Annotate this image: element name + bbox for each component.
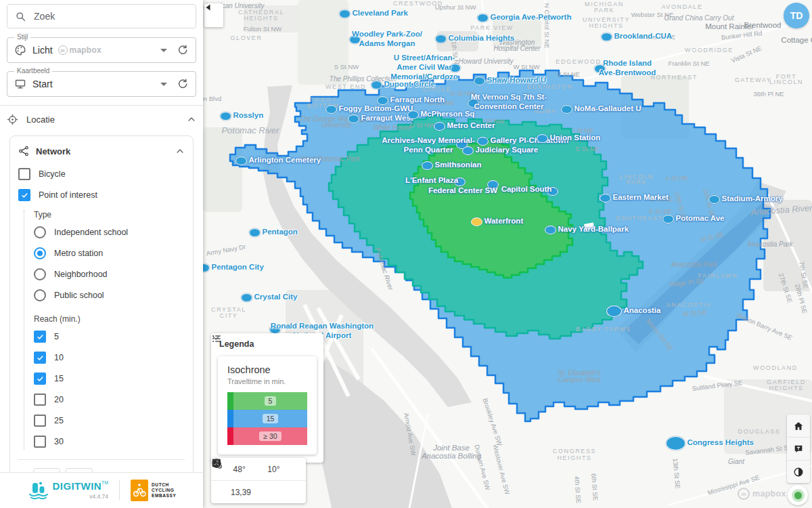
style-field-label: Stijl (14, 33, 30, 41)
map-canvas[interactable]: American UniversityCATHEDRALHEIGHTSFulto… (203, 0, 812, 508)
road (482, 0, 487, 39)
search-box[interactable] (7, 4, 196, 28)
home-button[interactable] (787, 415, 810, 437)
rotate-icon[interactable] (286, 462, 299, 477)
checkbox-row-bicycle[interactable]: Bicycle (18, 166, 185, 182)
checkbox-checked-icon[interactable] (34, 331, 46, 343)
zoom-value: 13,39 (231, 488, 251, 497)
fullscreen-button[interactable] (289, 485, 299, 500)
radio-row-public-school[interactable]: Public school (34, 287, 185, 303)
feedback-icon (793, 444, 804, 454)
palette-icon (14, 44, 26, 56)
mapbox-attribution: m mapbox (738, 488, 786, 500)
legend-card-title: Isochrone (227, 364, 307, 375)
live-status-button[interactable] (788, 485, 808, 505)
avatar[interactable]: TD (784, 3, 809, 28)
reach-option-label: 15 (54, 374, 64, 383)
chevron-up-icon[interactable] (175, 146, 185, 156)
pitch-value: 10° (267, 465, 279, 474)
radio-selected-icon[interactable] (34, 247, 46, 259)
mapbox-badge: mmapbox (58, 45, 102, 55)
reach-option-label: 10 (54, 353, 64, 362)
network-panel-header[interactable]: Network (18, 143, 185, 159)
chevron-up-icon[interactable] (187, 114, 196, 124)
green-dot-icon (794, 492, 802, 499)
checkbox-checked-icon[interactable] (18, 189, 30, 201)
checkbox-row-5[interactable]: 5 (34, 329, 185, 345)
radio-row-independent-school[interactable]: Independent school (34, 224, 185, 240)
reset-style-icon[interactable] (177, 44, 189, 56)
radio-row-metro-station[interactable]: Metro station (34, 245, 185, 261)
style-select[interactable]: Stijl Licht mmapbox (7, 37, 196, 63)
legend-title: Legenda (219, 339, 315, 349)
checkbox-checked-icon[interactable] (34, 373, 46, 385)
checkbox-blank-icon[interactable] (18, 168, 30, 180)
collapse-sidebar-button[interactable] (204, 3, 223, 27)
reach-option-label: 25 (54, 416, 64, 425)
digitwin-icon (27, 480, 50, 501)
radio-unselected-icon[interactable] (34, 268, 46, 280)
legend-panel: Legenda Isochrone Traveltime in min. 515… (211, 333, 323, 463)
legend-value: 15 (263, 414, 279, 423)
basemap-field-value: Start (32, 79, 53, 89)
checkbox-row-10[interactable]: 10 (34, 350, 185, 366)
app-version: v4.4.74 (53, 493, 108, 500)
map-area (436, 31, 478, 51)
reach-group-label: Reach (min.) (34, 314, 185, 324)
search-input[interactable] (32, 10, 187, 22)
zoom-out-button[interactable] (276, 485, 286, 500)
map-area (493, 19, 541, 49)
location-section-header[interactable]: Locatie (0, 106, 203, 133)
map-area (244, 5, 301, 33)
dce-icon (131, 480, 148, 501)
type-option-label: Public school (54, 291, 104, 300)
type-group-label: Type (34, 210, 185, 219)
location-section-label: Locatie (26, 114, 179, 125)
basemap-field-label: Kaartbeeld (14, 67, 52, 75)
sidebar: Stijl Licht mmapbox Kaartbeeld Start Loc… (0, 0, 203, 508)
legend-row-30: ≥ 30 (227, 427, 307, 445)
network-panel-title: Network (36, 146, 168, 156)
triangle-left-icon (204, 3, 212, 12)
mapbox-logo-icon: m (738, 488, 750, 500)
contrast-button[interactable] (787, 460, 810, 483)
checkbox-row-20[interactable]: 20 (34, 391, 185, 408)
right-toolbar (787, 415, 810, 483)
chevron-down-icon[interactable] (160, 49, 167, 52)
monitor-icon (14, 78, 26, 90)
reach-option-label: 5 (54, 332, 59, 341)
chevron-down-icon[interactable] (160, 83, 167, 86)
basemap-select[interactable]: Kaartbeeld Start (7, 71, 196, 97)
crosshair-icon (7, 114, 18, 125)
zoom-in-button[interactable] (258, 485, 268, 500)
chevron-down-icon[interactable] (211, 333, 221, 343)
compass-icon[interactable] (252, 462, 265, 477)
legend-value: 5 (265, 396, 277, 406)
radio-row-neighborhood[interactable]: Neighborhood (34, 266, 185, 282)
legend-header[interactable]: Legenda (211, 333, 323, 355)
checkbox-blank-icon[interactable] (34, 436, 46, 448)
checkbox-row-25[interactable]: 25 (34, 412, 185, 429)
checkbox-blank-icon[interactable] (34, 394, 46, 406)
type-option-label: Metro station (54, 249, 103, 258)
checkbox-blank-icon[interactable] (34, 415, 46, 427)
checkbox-checked-icon[interactable] (34, 352, 46, 364)
digitwin-logo: DIGITWINTM v4.4.74 (27, 480, 108, 501)
bearing-value: 48° (233, 465, 246, 474)
network-share-icon (18, 146, 29, 156)
checkbox-row-15[interactable]: 15 (34, 371, 185, 387)
digitwin-wordmark: DIGITWIN (53, 480, 102, 492)
radio-unselected-icon[interactable] (34, 289, 46, 301)
type-option-label: Independent school (54, 228, 128, 237)
radio-unselected-icon[interactable] (34, 226, 46, 238)
checkbox-row-point-of-interest[interactable]: Point of interest (18, 187, 185, 203)
contrast-icon (793, 467, 804, 478)
legend-card: Isochrone Traveltime in min. 515≥ 30 (218, 356, 317, 454)
style-field-value: Licht (32, 45, 53, 56)
feedback-button[interactable] (787, 437, 810, 460)
type-option-label: Neighborhood (54, 270, 108, 279)
checkbox-row-30[interactable]: 30 (34, 433, 185, 450)
legend-subtitle: Traveltime in min. (227, 377, 307, 385)
reset-basemap-icon[interactable] (177, 78, 189, 90)
legend-row-15: 15 (227, 410, 307, 427)
